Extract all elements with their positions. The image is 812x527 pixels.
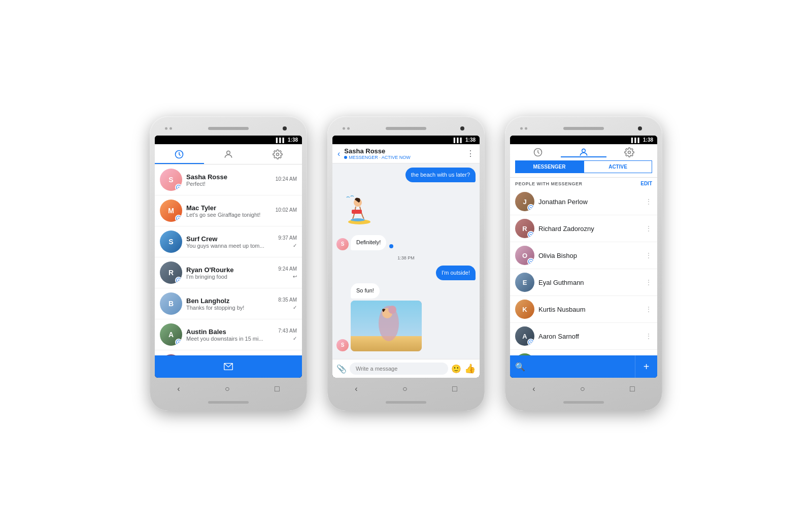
- phone-screen-1: ▌▌▌ 1:38 S: [155, 136, 302, 378]
- tab-clock-1[interactable]: [155, 144, 204, 164]
- message-item-4[interactable]: B Ben Langholz Thanks for stopping by! 8…: [155, 288, 302, 319]
- tab-person-3[interactable]: [561, 147, 606, 157]
- signal-icon-2: ▌▌▌: [454, 138, 463, 143]
- chat-more-btn[interactable]: ⋮: [466, 149, 475, 158]
- phones-container: ▌▌▌ 1:38 S: [129, 96, 683, 431]
- chat-header: ‹ Sasha Rosse MESSENGER · ACTIVE NOW ⋮: [332, 144, 480, 163]
- message-input[interactable]: [350, 363, 448, 375]
- status-bar-1: ▌▌▌ 1:38: [155, 136, 302, 144]
- plus-icon: +: [644, 361, 650, 373]
- svg-point-14: [582, 149, 586, 152]
- attach-icon[interactable]: 📎: [336, 364, 347, 374]
- people-avatar-3: E: [515, 273, 534, 292]
- msg-preview-4: Thanks for stopping by!: [186, 305, 274, 311]
- message-item-2[interactable]: S Surf Crew You guys wanna meet up tom..…: [155, 226, 302, 257]
- chat-input-bar: 📎 🙂 👍: [332, 359, 480, 378]
- people-name-4: Kurtis Nusbaum: [538, 306, 641, 313]
- tab-gear-1[interactable]: [253, 144, 302, 164]
- phone-top-bar-2: [332, 121, 480, 136]
- people-tab-icons: [515, 147, 652, 157]
- people-item-3[interactable]: E Eyal Guthmann ⋮: [510, 269, 657, 296]
- chat-contact-name: Sasha Rosse: [344, 147, 462, 155]
- back-btn-3[interactable]: ‹: [532, 384, 535, 393]
- messenger-badge-3: [175, 277, 182, 284]
- people-bottom-bar: 🔍 +: [510, 355, 657, 378]
- people-item-4[interactable]: K Kurtis Nusbaum ⋮: [510, 296, 657, 323]
- people-more-0[interactable]: ⋮: [645, 197, 652, 206]
- phone-3: ▌▌▌ 1:38: [505, 116, 662, 411]
- compose-icon: [223, 361, 234, 372]
- msg-time-4: 8:35 AM: [278, 297, 297, 303]
- people-name-0: Jonathan Perlow: [538, 198, 641, 206]
- msg-time-2: 9:37 AM: [278, 235, 297, 241]
- like-btn[interactable]: 👍: [464, 363, 476, 374]
- search-icon[interactable]: 🔍: [515, 362, 525, 372]
- msg-content-0: Sasha Rosse Perfect!: [186, 173, 272, 187]
- emoji-icon[interactable]: 🙂: [451, 364, 461, 374]
- tab-clock-3[interactable]: [515, 147, 561, 157]
- messenger-badge-chat: [388, 243, 394, 249]
- message-item-1[interactable]: M Mac Tyler Let's go see Giraffage tonig…: [155, 195, 302, 226]
- recents-btn-3[interactable]: □: [630, 384, 635, 393]
- chat-avatar-sasha: S: [336, 238, 349, 250]
- add-person-btn[interactable]: +: [635, 355, 657, 378]
- people-more-5[interactable]: ⋮: [645, 332, 652, 340]
- toggle-messenger[interactable]: MESSENGER: [515, 160, 584, 173]
- recents-btn-2[interactable]: □: [452, 384, 457, 393]
- phone-screen-2: ▌▌▌ 1:38 ‹ Sasha Rosse MESSENGER · ACTIV…: [332, 136, 480, 378]
- home-btn-2[interactable]: ○: [402, 384, 408, 393]
- phone-bottom-bar-2: ‹ ○ □: [332, 378, 480, 400]
- message-item-3[interactable]: R Ryan O'Rourke I'm bringing food 9:24 A…: [155, 257, 302, 288]
- back-btn-2[interactable]: ‹: [355, 384, 357, 393]
- messenger-badge-0: [175, 184, 182, 191]
- phone-camera-1: [283, 126, 287, 130]
- screen-3: MESSENGER ACTIVE PEOPLE WITH MESSENGER E…: [510, 144, 657, 378]
- chat-bubble-received-1-wrapper: S Definitely!: [336, 235, 476, 250]
- sticker-surfer: [336, 187, 377, 230]
- msg-name-5: Austin Bales: [186, 328, 274, 336]
- chat-contact-sub: MESSENGER · ACTIVE NOW: [344, 155, 462, 160]
- people-more-2[interactable]: ⋮: [645, 251, 652, 259]
- phone-speaker-1: [208, 127, 249, 130]
- people-item-5[interactable]: A Aaron Sarnoff ⋮: [510, 323, 657, 350]
- recents-btn-1[interactable]: □: [275, 384, 280, 393]
- msg-preview-2: You guys wanna meet up tom...: [186, 243, 274, 249]
- chat-bubble-sent-2: I'm outside!: [436, 266, 476, 280]
- signal-icon-1: ▌▌▌: [276, 138, 286, 143]
- message-item-0[interactable]: S Sasha Rosse Perfect! 10:24 AM: [155, 164, 302, 195]
- msg-meta-4: 8:35 AM ✓: [278, 297, 297, 310]
- chat-back-btn[interactable]: ‹: [337, 149, 340, 158]
- home-btn-1[interactable]: ○: [225, 384, 230, 393]
- home-btn-3[interactable]: ○: [580, 384, 585, 393]
- people-item-6[interactable]: L Luiz Scheidegger ⋮: [510, 350, 657, 355]
- message-item-5[interactable]: A Austin Bales Meet you downstairs in 15…: [155, 319, 302, 350]
- toggle-active[interactable]: ACTIVE: [584, 160, 652, 173]
- svg-point-15: [628, 151, 631, 154]
- people-badge-2: [527, 258, 534, 265]
- time-display-3: 1:38: [643, 137, 653, 143]
- edit-button[interactable]: EDIT: [640, 181, 652, 186]
- people-more-1[interactable]: ⋮: [645, 224, 652, 233]
- people-item-0[interactable]: J Jonathan Perlow ⋮: [510, 188, 657, 215]
- status-bar-3: ▌▌▌ 1:38: [510, 136, 657, 144]
- message-item-6[interactable]: L Luke P. Woods I think you should come …: [155, 350, 302, 355]
- phone-top-bar-1: [155, 121, 302, 136]
- people-more-3[interactable]: ⋮: [645, 278, 652, 286]
- tab-gear-3[interactable]: [606, 147, 652, 157]
- phone-speaker-2: [386, 127, 426, 130]
- phone-screen-3: ▌▌▌ 1:38: [510, 136, 657, 378]
- msg-meta-3: 9:24 AM ↩: [278, 266, 297, 279]
- tab-person-1[interactable]: [204, 144, 253, 164]
- action-bar-1[interactable]: [155, 355, 302, 378]
- chat-header-info: Sasha Rosse MESSENGER · ACTIVE NOW: [344, 147, 462, 160]
- people-item-2[interactable]: O Olivia Bishop ⋮: [510, 242, 657, 269]
- msg-preview-1: Let's go see Giraffage tonight!: [186, 212, 272, 218]
- people-more-4[interactable]: ⋮: [645, 305, 652, 313]
- people-avatar-2: O: [515, 246, 534, 265]
- phone-bottom-bar-3: ‹ ○ □: [510, 378, 657, 400]
- people-item-1[interactable]: R Richard Zadorozny ⋮: [510, 215, 657, 242]
- msg-meta-2: 9:37 AM ✓: [278, 235, 297, 248]
- msg-time-5: 7:43 AM: [278, 328, 297, 334]
- back-btn-1[interactable]: ‹: [177, 384, 180, 393]
- msg-meta-1: 10:02 AM: [276, 207, 297, 215]
